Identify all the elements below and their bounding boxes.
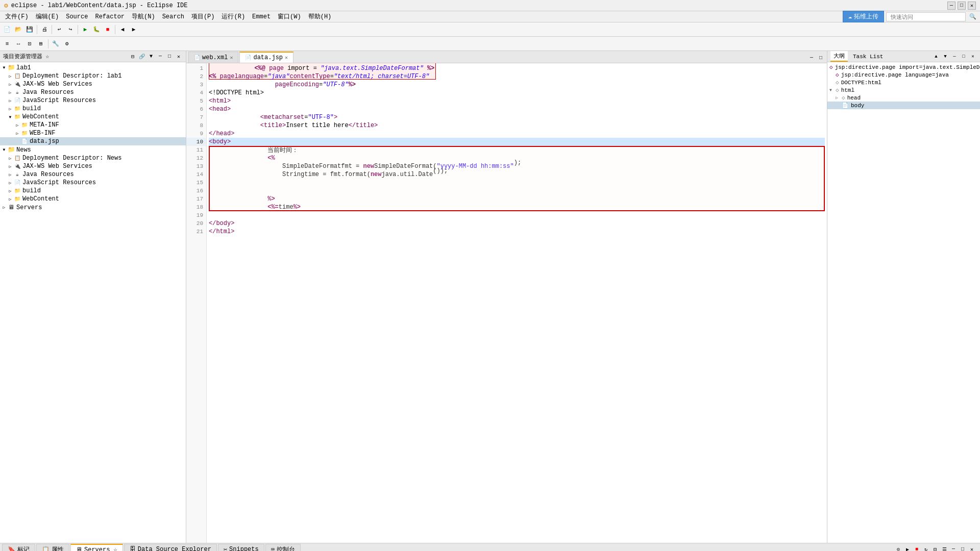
- minimize-button[interactable]: —: [947, 2, 955, 10]
- tb2-btn2[interactable]: ↔: [13, 39, 23, 49]
- tb2-btn6[interactable]: ⚙: [62, 39, 72, 49]
- code-area[interactable]: <%@ page import = "java.text.SimpleDateF…: [207, 63, 827, 543]
- maximize-panel-button[interactable]: □: [165, 53, 174, 61]
- tree-item-javascript-lab1[interactable]: ▷ 📄 JavaScript Resources: [0, 96, 186, 105]
- menu-refactor[interactable]: Refactor: [92, 12, 128, 21]
- quick-access-input[interactable]: [886, 12, 966, 21]
- menu-bar: 文件(F) 编辑(E) Source Refactor 导航(N) Search…: [0, 11, 980, 22]
- menu-navigate[interactable]: 导航(N): [129, 11, 158, 22]
- bottom-btn-2[interactable]: ▶: [903, 545, 912, 552]
- outline-item-html[interactable]: ▼ ◇ html: [827, 86, 980, 94]
- tree-item-webcontent-news[interactable]: ▷ 📁 WebContent: [0, 195, 186, 203]
- tab-datasource[interactable]: 🗄 Data Source Explorer: [124, 544, 217, 552]
- menu-project[interactable]: 项目(P): [188, 11, 218, 22]
- bottom-btn-4[interactable]: ⊟: [931, 545, 939, 552]
- tree-item-webcontent-lab1[interactable]: ▼ 📁 WebContent: [0, 113, 186, 121]
- tree-item-java-news[interactable]: ▷ ☕ Java Resources: [0, 170, 186, 179]
- close-button[interactable]: ✕: [968, 2, 976, 10]
- menu-window[interactable]: 窗口(W): [275, 11, 304, 22]
- outline-item-directive2[interactable]: ◇ jsp:directive.page language=java: [827, 71, 980, 79]
- rp-btn-2[interactable]: ▼: [941, 53, 949, 61]
- menu-emmet[interactable]: Emmet: [249, 12, 274, 21]
- save-button[interactable]: 💾: [24, 24, 35, 35]
- menu-file[interactable]: 文件(F): [2, 11, 32, 22]
- title-bar-right[interactable]: — □ ✕: [947, 2, 976, 10]
- bottom-minimize[interactable]: ─: [949, 545, 958, 552]
- tree-item-servers[interactable]: ▷ 🖥 Servers: [0, 203, 186, 212]
- outline-item-directive1[interactable]: ◇ jsp:directive.page import=java.text.Si…: [827, 63, 980, 71]
- print-button[interactable]: 🖨: [39, 24, 50, 35]
- tab-console[interactable]: ⌨ 控制台: [265, 544, 301, 552]
- outline-item-head[interactable]: ▷ ◇ head: [827, 94, 980, 102]
- tree-item-news[interactable]: ▼ 📁 News: [0, 145, 186, 154]
- panel-menu-button[interactable]: ▼: [147, 53, 155, 61]
- tab-tasklist[interactable]: Task List: [850, 53, 886, 61]
- tab-properties[interactable]: 📋 属性: [36, 544, 69, 552]
- tree-item-webinf[interactable]: ▷ 📁 WEB-INF: [0, 129, 186, 137]
- search-button[interactable]: 🔍: [968, 12, 978, 22]
- tab-datajsp[interactable]: 📄 data.jsp ✕: [239, 52, 293, 63]
- tree-item-deployment-news[interactable]: ▷ 📋 Deployment Descriptor: News: [0, 154, 186, 162]
- rp-maximize[interactable]: □: [960, 53, 968, 61]
- undo-button[interactable]: ↩: [54, 24, 64, 35]
- rp-minimize[interactable]: ─: [950, 53, 959, 61]
- new-button[interactable]: 📄: [2, 24, 12, 35]
- tb2-btn5[interactable]: 🔧: [51, 39, 61, 49]
- tree-item-jaxws-news[interactable]: ▷ 🔌 JAX-WS Web Services: [0, 162, 186, 170]
- rp-close[interactable]: ✕: [969, 53, 977, 61]
- tab-markers[interactable]: 🔖 标记: [2, 544, 35, 552]
- tree-item-lab1[interactable]: ▼ 📁 lab1: [0, 63, 186, 72]
- editor-maximize-btn[interactable]: □: [817, 54, 825, 62]
- menu-edit[interactable]: 编辑(E): [33, 11, 62, 22]
- stop-button[interactable]: ■: [103, 24, 113, 35]
- collapse-all-button[interactable]: ⊟: [129, 53, 137, 61]
- tree-item-java-lab1[interactable]: ▷ ☕ Java Resources: [0, 88, 186, 96]
- tab-close-webxml[interactable]: ✕: [230, 55, 233, 61]
- tree-arrow-metainf: ▷: [14, 123, 20, 128]
- outline-item-body[interactable]: 📄 body: [827, 102, 980, 109]
- menu-source[interactable]: Source: [63, 12, 91, 21]
- bottom-close[interactable]: ✕: [968, 545, 976, 552]
- bottom-btn-restart[interactable]: ↻: [922, 545, 930, 552]
- code-line-13: SimpleDateFormat fmt = new SimpleDateFor…: [209, 162, 825, 170]
- rp-btn-1[interactable]: ▲: [932, 53, 940, 61]
- tb2-btn4[interactable]: ⊞: [36, 39, 46, 49]
- open-button[interactable]: 📂: [13, 24, 23, 35]
- tree-item-build-news[interactable]: ▷ 📁 build: [0, 187, 186, 195]
- menu-run[interactable]: 运行(R): [218, 11, 248, 22]
- bottom-btn-5[interactable]: ☰: [940, 545, 948, 552]
- tree-item-javascript-news[interactable]: ▷ 📄 JavaScript Resources: [0, 179, 186, 187]
- tb2-btn3[interactable]: ⊡: [24, 39, 35, 49]
- maximize-button[interactable]: □: [958, 2, 966, 10]
- bottom-btn-1[interactable]: ⊙: [894, 545, 902, 552]
- tab-close-datajsp[interactable]: ✕: [285, 55, 288, 61]
- link-editor-button[interactable]: 🔗: [138, 53, 146, 61]
- run-button[interactable]: ▶: [80, 24, 90, 35]
- upload-button[interactable]: ☁ 拓维上传: [843, 11, 884, 22]
- toolbar-row2: ≡ ↔ ⊡ ⊞ 🔧 ⚙: [0, 37, 980, 51]
- right-panel-toolbar: ▲ ▼ ─ □ ✕: [932, 53, 977, 61]
- forward-button[interactable]: ▶: [129, 24, 139, 35]
- close-panel-button[interactable]: ✕: [175, 53, 183, 61]
- minimize-panel-button[interactable]: ─: [156, 53, 164, 61]
- tab-webxml[interactable]: 📄 web.xml ✕: [188, 52, 238, 63]
- outline-item-doctype[interactable]: ◇ DOCTYPE:html: [827, 79, 980, 86]
- tab-outline[interactable]: 大纲: [830, 51, 848, 62]
- tree-item-jaxws-lab1[interactable]: ▷ 🔌 JAX-WS Web Services: [0, 80, 186, 88]
- tb2-btn1[interactable]: ≡: [2, 39, 12, 49]
- tab-snippets[interactable]: ✂ Snippets: [218, 544, 264, 552]
- tree-label-jaxws-lab1: JAX-WS Web Services: [22, 81, 92, 88]
- tree-item-deployment-lab1[interactable]: ▷ 📋 Deployment Descriptor: lab1: [0, 72, 186, 80]
- back-button[interactable]: ◀: [117, 24, 128, 35]
- bottom-maximize[interactable]: □: [959, 545, 967, 552]
- menu-help[interactable]: 帮助(H): [305, 11, 335, 22]
- tree-item-datajsp[interactable]: ▷ 📄 data.jsp: [0, 137, 186, 145]
- bottom-btn-stop[interactable]: ■: [913, 545, 921, 552]
- tree-item-build-lab1[interactable]: ▷ 📁 build: [0, 105, 186, 113]
- tree-item-metainf[interactable]: ▷ 📁 META-INF: [0, 121, 186, 129]
- tab-servers[interactable]: 🖥 Servers ☆: [70, 544, 123, 552]
- debug-button[interactable]: 🐛: [91, 24, 102, 35]
- editor-minimize-btn[interactable]: ─: [807, 54, 816, 62]
- redo-button[interactable]: ↪: [65, 24, 76, 35]
- menu-search[interactable]: Search: [159, 12, 187, 21]
